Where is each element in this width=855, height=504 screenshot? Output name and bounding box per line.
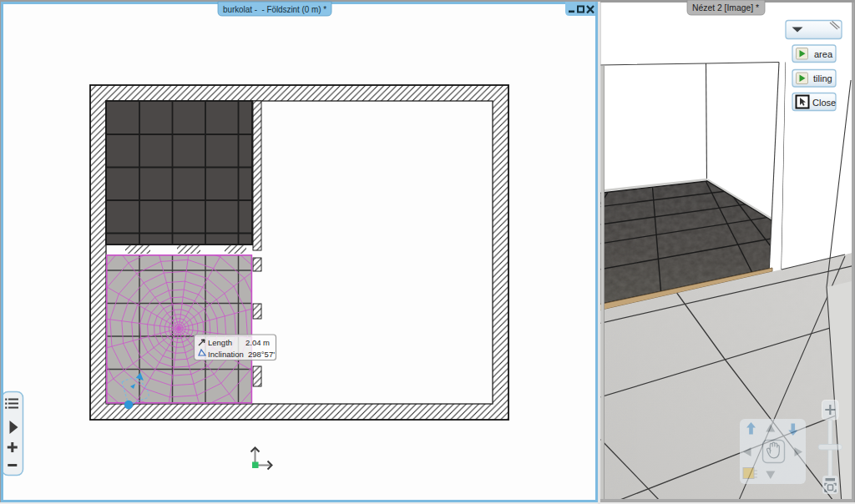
svg-text:2.04 m: 2.04 m <box>245 338 270 347</box>
svg-text:298°57': 298°57' <box>248 350 275 359</box>
svg-text:Nézet 2 [Image] *: Nézet 2 [Image] * <box>692 3 759 13</box>
svg-text:Close: Close <box>812 98 836 108</box>
svg-text:area: area <box>814 49 833 59</box>
svg-text:Length: Length <box>208 338 232 347</box>
svg-text:tiling: tiling <box>813 73 832 83</box>
svg-text:Inclination: Inclination <box>208 350 244 359</box>
svg-text:burkolat - - Földszint (0 m): burkolat - - Földszint (0 m) * <box>223 4 326 14</box>
